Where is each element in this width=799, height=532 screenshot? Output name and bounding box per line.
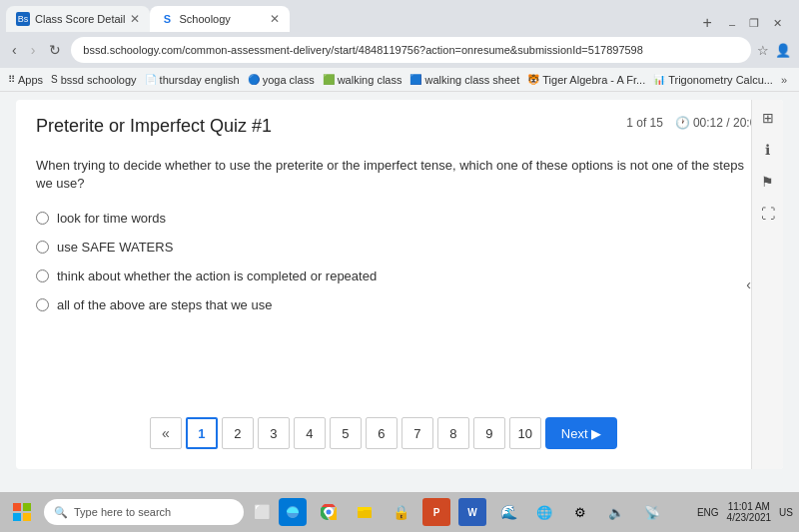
flag-icon[interactable]: ⚑ — [761, 174, 774, 190]
chrome-icon[interactable] — [315, 498, 343, 526]
option-1[interactable]: look for time words — [36, 211, 763, 226]
quiz-title: Preterite or Imperfect Quiz #1 — [36, 116, 272, 137]
option-2-label: use SAFE WATERS — [57, 240, 173, 255]
quiz-meta: 1 of 15 🕐 00:12 / 20:00 — [626, 116, 763, 130]
tab-class-score[interactable]: Bs Class Score Detail ✕ — [6, 6, 150, 32]
edge-icon[interactable] — [279, 498, 307, 526]
quiz-timer: 🕐 00:12 / 20:00 — [675, 116, 763, 130]
lock-icon[interactable]: 🔒 — [387, 498, 414, 526]
quiz-header: Preterite or Imperfect Quiz #1 1 of 15 🕐… — [16, 100, 783, 147]
profile-icon[interactable]: 👤 — [775, 43, 791, 58]
fullscreen-icon[interactable]: ⛶ — [761, 206, 775, 222]
option-3-radio[interactable] — [36, 269, 49, 282]
taskbar-search[interactable]: 🔍 Type here to search — [44, 499, 244, 525]
option-1-radio[interactable] — [36, 212, 49, 225]
svg-rect-0 — [13, 503, 21, 511]
powerpoint-icon[interactable]: P — [422, 498, 450, 526]
quiz-progress: 1 of 15 — [626, 116, 663, 130]
svg-rect-8 — [358, 507, 364, 511]
taskbar-right: ENG 11:01 AM 4/23/2021 US — [697, 501, 793, 523]
walking2-icon: 🟦 — [409, 74, 421, 85]
minimize-button[interactable]: – — [724, 16, 740, 32]
bookmarks-bar: ⠿ Apps S bssd schoology 📄 thursday engli… — [0, 68, 799, 92]
next-button[interactable]: Next ▶ — [545, 417, 617, 449]
page-button-4[interactable]: 4 — [294, 417, 326, 449]
question-text: When trying to decide whether to use the… — [36, 157, 763, 193]
walking1-icon: 🟩 — [323, 74, 335, 85]
yoga-icon: 🔵 — [248, 74, 260, 85]
close-button[interactable]: ✕ — [768, 15, 787, 32]
bookmark-bssd-label: bssd schoology — [61, 74, 137, 86]
bookmark-apps[interactable]: ⠿ Apps — [8, 74, 43, 86]
option-3[interactable]: think about whether the action is comple… — [36, 268, 763, 283]
bookmark-yoga[interactable]: 🔵 yoga class — [248, 74, 315, 86]
page-button-10[interactable]: 10 — [509, 417, 541, 449]
page-button-1[interactable]: 1 — [186, 417, 218, 449]
back-button[interactable]: ‹ — [8, 40, 21, 60]
address-input[interactable] — [71, 37, 751, 63]
start-button[interactable] — [6, 496, 38, 528]
svg-point-5 — [327, 510, 332, 515]
file-explorer-icon[interactable] — [351, 498, 379, 526]
page-button-3[interactable]: 3 — [258, 417, 290, 449]
task-view-icon[interactable]: ⬜ — [254, 504, 271, 520]
bookmark-yoga-label: yoga class — [263, 74, 315, 86]
page-button-2[interactable]: 2 — [222, 417, 254, 449]
svg-rect-2 — [13, 513, 21, 521]
bookmark-tiger[interactable]: 🐯 Tiger Algebra - A Fr... — [527, 74, 645, 86]
page-button-5[interactable]: 5 — [330, 417, 362, 449]
option-4-label: all of the above are steps that we use — [57, 297, 272, 312]
tab-favicon-1: Bs — [16, 12, 30, 26]
search-placeholder: Type here to search — [74, 506, 171, 518]
time-display: 11:01 AM — [727, 501, 772, 512]
collapse-arrow[interactable]: ‹ — [746, 276, 751, 292]
bookmark-walking1[interactable]: 🟩 walking class — [323, 74, 402, 86]
bookmark-star-icon[interactable]: ☆ — [757, 43, 769, 58]
tab-close-1[interactable]: ✕ — [130, 12, 140, 26]
speaker-icon[interactable]: 🔈 — [602, 498, 630, 526]
page-button-7[interactable]: 7 — [401, 417, 433, 449]
forward-button[interactable]: › — [27, 40, 40, 60]
option-4-radio[interactable] — [36, 298, 49, 311]
trig-icon: 📊 — [653, 74, 665, 85]
browser-chrome: Bs Class Score Detail ✕ S Schoology ✕ + … — [0, 0, 799, 92]
taskbar-time: 11:01 AM 4/23/2021 — [727, 501, 772, 523]
option-4[interactable]: all of the above are steps that we use — [36, 297, 763, 312]
maximize-button[interactable]: ❐ — [744, 15, 764, 32]
tab-close-2[interactable]: ✕ — [270, 12, 280, 26]
network-icon[interactable]: 🌐 — [530, 498, 558, 526]
option-2[interactable]: use SAFE WATERS — [36, 240, 763, 255]
word-icon[interactable]: W — [458, 498, 486, 526]
edge2-icon[interactable]: 🌊 — [494, 498, 522, 526]
bookmark-thursday-label: thursday english — [160, 74, 240, 86]
address-icons: ☆ 👤 — [757, 43, 791, 58]
page-button-6[interactable]: 6 — [366, 417, 398, 449]
svg-rect-3 — [23, 513, 31, 521]
quiz-body: When trying to decide whether to use the… — [16, 147, 783, 336]
reload-button[interactable]: ↻ — [45, 40, 65, 60]
bookmark-walking1-label: walking class — [338, 74, 402, 86]
tab-label-2: Schoology — [179, 13, 230, 25]
unknown-icon[interactable]: 📡 — [638, 498, 666, 526]
grid-icon[interactable]: ⊞ — [762, 110, 774, 126]
bookmarks-more-button[interactable]: » — [781, 74, 787, 86]
window-controls: – ❐ ✕ — [718, 15, 793, 32]
info-icon[interactable]: ℹ — [765, 142, 770, 158]
bookmark-trig[interactable]: 📊 Trigonometry Calcu... — [653, 74, 773, 86]
bookmark-walking2[interactable]: 🟦 walking class sheet — [409, 74, 519, 86]
page-button-8[interactable]: 8 — [437, 417, 469, 449]
option-2-radio[interactable] — [36, 241, 49, 254]
bookmark-thursday[interactable]: 📄 thursday english — [145, 74, 240, 86]
sidebar-icons: ⊞ ℹ ⚑ ⛶ — [751, 100, 783, 469]
bookmark-bssd[interactable]: S bssd schoology — [51, 74, 137, 86]
address-bar: ‹ › ↻ ☆ 👤 — [0, 32, 799, 68]
new-tab-button[interactable]: + — [697, 14, 718, 32]
tab-schoology[interactable]: S Schoology ✕ — [150, 6, 290, 32]
region-indicator: US — [779, 507, 793, 518]
prev-page-button[interactable]: « — [150, 417, 182, 449]
page-button-9[interactable]: 9 — [473, 417, 505, 449]
quiz-page: Preterite or Imperfect Quiz #1 1 of 15 🕐… — [16, 100, 783, 469]
language-indicator: ENG — [697, 507, 719, 518]
settings-icon[interactable]: ⚙ — [566, 498, 594, 526]
thursday-icon: 📄 — [145, 74, 157, 85]
